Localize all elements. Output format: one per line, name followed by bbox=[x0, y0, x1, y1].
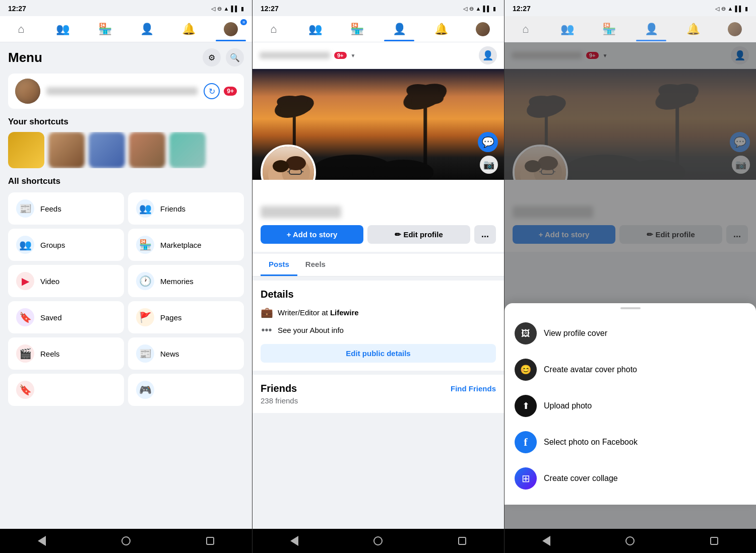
edit-profile-button[interactable]: ✏ Edit profile bbox=[367, 225, 470, 244]
groups-label: Groups bbox=[40, 241, 65, 249]
cover-camera-button[interactable]: 📷 bbox=[480, 156, 498, 174]
friends-section: Friends Find Friends 238 friends bbox=[253, 375, 504, 413]
shortcut-news[interactable]: 📰 News bbox=[128, 337, 244, 370]
shortcut-5[interactable] bbox=[169, 132, 206, 168]
status-bar-2: 12:27 ◁ ⊖ ▲ ▌▌ ▮ bbox=[253, 0, 504, 16]
nav-profile[interactable]: 👤 bbox=[132, 19, 162, 39]
sheet-view-profile-cover[interactable]: 🖼 View profile cover bbox=[505, 315, 756, 352]
home-button-3[interactable] bbox=[620, 531, 640, 551]
nav-menu-3[interactable] bbox=[720, 19, 750, 39]
shortcut-3[interactable] bbox=[89, 132, 125, 168]
search-button[interactable]: 🔍 bbox=[226, 48, 244, 66]
notification-count[interactable]: 9+ bbox=[224, 87, 237, 96]
nav-profile-2[interactable]: 👤 bbox=[384, 19, 414, 39]
home-button-1[interactable] bbox=[116, 531, 136, 551]
profile-card[interactable]: ↻ 9+ bbox=[8, 74, 244, 109]
profile-tabs: Posts Reels bbox=[253, 254, 504, 276]
nav-friends-3[interactable]: 👥 bbox=[552, 19, 583, 39]
home-icon-3 bbox=[625, 536, 635, 545]
marketplace-icon: 🏪 bbox=[136, 236, 154, 254]
upload-icon: ⬆ bbox=[522, 400, 530, 411]
avatar-cover-icon: 😊 bbox=[515, 359, 537, 381]
more-options-button[interactable]: ... bbox=[474, 225, 496, 244]
nav-notifications-3[interactable]: 🔔 bbox=[678, 19, 708, 39]
menu-header: Menu ⚙ 🔍 bbox=[8, 48, 244, 66]
nav-home-3[interactable]: ⌂ bbox=[511, 19, 541, 39]
nav-menu[interactable]: ≡ bbox=[216, 19, 246, 39]
add-to-story-button[interactable]: + Add to story bbox=[261, 225, 363, 244]
extra2-icon: 🎮 bbox=[136, 381, 154, 399]
shortcuts-grid: 📰 Feeds 👥 Friends 👥 Groups 🏪 Marketplace… bbox=[8, 192, 244, 370]
nav-menu-2[interactable] bbox=[468, 19, 498, 39]
shortcut-saved[interactable]: 🔖 Saved bbox=[8, 301, 124, 333]
signal-icon: ▌▌ bbox=[231, 6, 239, 12]
nav-friends[interactable]: 👥 bbox=[48, 19, 78, 39]
home-icon-2 bbox=[373, 536, 383, 545]
back-button-2[interactable] bbox=[284, 531, 304, 551]
nav-home-2[interactable]: ⌂ bbox=[259, 19, 289, 39]
nav-bar-2: ⌂ 👥 🏪 👤 🔔 bbox=[253, 16, 504, 42]
profile-face bbox=[263, 147, 314, 180]
status-icons-3: ◁ ⊖ ▲ ▌▌ ▮ bbox=[715, 6, 748, 12]
nav-marketplace[interactable]: 🏪 bbox=[90, 19, 120, 39]
avatar-image bbox=[224, 22, 238, 36]
edit-public-button[interactable]: Edit public details bbox=[261, 344, 496, 363]
recents-button-3[interactable] bbox=[704, 531, 724, 551]
nav-friends-2[interactable]: 👥 bbox=[300, 19, 331, 39]
shortcut-memories[interactable]: 🕐 Memories bbox=[128, 265, 244, 297]
sheet-select-photo[interactable]: f Select photo on Facebook bbox=[505, 424, 756, 460]
phone-1-menu: 12:27 ◁ ⊖ ▲ ▌▌ ▮ ⌂ 👥 🏪 👤 🔔 ≡ bbox=[0, 0, 252, 553]
story-name-area: 9+ ▼ bbox=[260, 52, 355, 59]
nav-profile-3[interactable]: 👤 bbox=[636, 19, 666, 39]
shortcut-groups[interactable]: 👥 Groups bbox=[8, 229, 124, 261]
reels-tab[interactable]: Reels bbox=[297, 254, 334, 276]
story-add-button[interactable]: 👤 bbox=[479, 46, 497, 64]
back-button-3[interactable] bbox=[536, 531, 556, 551]
nav-avatar-2 bbox=[476, 22, 490, 36]
home-icon-3: ⌂ bbox=[522, 23, 529, 36]
battery-icon: ▮ bbox=[241, 6, 244, 12]
cover-chat-button[interactable]: 💬 bbox=[478, 132, 498, 152]
profile-nav-icon-2: 👤 bbox=[393, 23, 406, 36]
sheet-create-avatar[interactable]: 😊 Create avatar cover photo bbox=[505, 352, 756, 388]
shortcut-feeds[interactable]: 📰 Feeds bbox=[8, 192, 124, 225]
profile-card-actions: ↻ 9+ bbox=[204, 83, 237, 99]
posts-tab[interactable]: Posts bbox=[261, 254, 297, 276]
profile-pic[interactable] bbox=[261, 145, 316, 180]
shortcut-4[interactable] bbox=[129, 132, 165, 168]
bell-nav-icon-3: 🔔 bbox=[686, 23, 700, 36]
shortcut-video[interactable]: ▶ Video bbox=[8, 265, 124, 297]
shortcut-extra2[interactable]: 🎮 bbox=[128, 374, 244, 406]
refresh-icon[interactable]: ↻ bbox=[204, 83, 220, 99]
nav-notifications[interactable]: 🔔 bbox=[174, 19, 204, 39]
profile-pic-container: 📷 bbox=[261, 145, 316, 180]
settings-button[interactable]: ⚙ bbox=[203, 48, 221, 66]
find-friends-link[interactable]: Find Friends bbox=[451, 384, 496, 393]
upload-icon-circle: ⬆ bbox=[515, 395, 537, 417]
sheet-upload-photo[interactable]: ⬆ Upload photo bbox=[505, 388, 756, 424]
back-button-1[interactable] bbox=[32, 531, 52, 551]
shortcut-1[interactable] bbox=[8, 132, 44, 168]
home-button-2[interactable] bbox=[368, 531, 388, 551]
shortcut-marketplace[interactable]: 🏪 Marketplace bbox=[128, 229, 244, 261]
recents-button-2[interactable] bbox=[452, 531, 472, 551]
pages-label: Pages bbox=[160, 313, 182, 322]
nav-home[interactable]: ⌂ bbox=[6, 19, 36, 39]
recents-icon-2 bbox=[458, 537, 466, 545]
shortcut-2[interactable] bbox=[48, 132, 85, 168]
status-time-1: 12:27 bbox=[8, 5, 26, 13]
recents-button-1[interactable] bbox=[200, 531, 220, 551]
sheet-handle bbox=[620, 307, 641, 309]
nav-marketplace-2[interactable]: 🏪 bbox=[342, 19, 372, 39]
shortcut-extra1[interactable]: 🔖 bbox=[8, 374, 124, 406]
shortcut-reels[interactable]: 🎬 Reels bbox=[8, 337, 124, 370]
grid-icon: ⊞ bbox=[522, 472, 530, 485]
sheet-cover-collage[interactable]: ⊞ Create cover collage bbox=[505, 460, 756, 497]
status-bar-1: 12:27 ◁ ⊖ ▲ ▌▌ ▮ bbox=[0, 0, 252, 16]
extra1-icon: 🔖 bbox=[16, 381, 34, 399]
select-photo-label: Select photo on Facebook bbox=[544, 438, 638, 447]
shortcut-pages[interactable]: 🚩 Pages bbox=[128, 301, 244, 333]
nav-marketplace-3[interactable]: 🏪 bbox=[594, 19, 624, 39]
shortcut-friends[interactable]: 👥 Friends bbox=[128, 192, 244, 225]
nav-notifications-2[interactable]: 🔔 bbox=[426, 19, 456, 39]
